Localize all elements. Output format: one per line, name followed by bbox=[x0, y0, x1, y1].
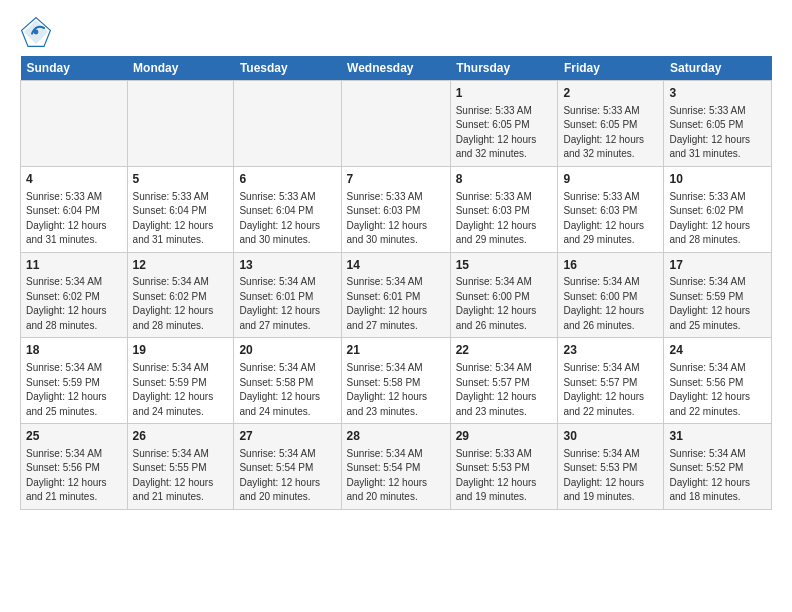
calendar-cell: 16Sunrise: 5:34 AM Sunset: 6:00 PM Dayli… bbox=[558, 252, 664, 338]
calendar-cell: 18Sunrise: 5:34 AM Sunset: 5:59 PM Dayli… bbox=[21, 338, 128, 424]
day-number: 13 bbox=[239, 257, 335, 274]
column-header-thursday: Thursday bbox=[450, 56, 558, 81]
cell-content: Sunrise: 5:33 AM Sunset: 6:04 PM Dayligh… bbox=[26, 190, 122, 248]
day-number: 30 bbox=[563, 428, 658, 445]
cell-content: Sunrise: 5:33 AM Sunset: 5:53 PM Dayligh… bbox=[456, 447, 553, 505]
calendar-cell: 25Sunrise: 5:34 AM Sunset: 5:56 PM Dayli… bbox=[21, 424, 128, 510]
column-header-saturday: Saturday bbox=[664, 56, 772, 81]
calendar-cell: 14Sunrise: 5:34 AM Sunset: 6:01 PM Dayli… bbox=[341, 252, 450, 338]
calendar-week-row: 4Sunrise: 5:33 AM Sunset: 6:04 PM Daylig… bbox=[21, 166, 772, 252]
calendar-cell: 11Sunrise: 5:34 AM Sunset: 6:02 PM Dayli… bbox=[21, 252, 128, 338]
calendar-cell: 10Sunrise: 5:33 AM Sunset: 6:02 PM Dayli… bbox=[664, 166, 772, 252]
calendar-cell: 28Sunrise: 5:34 AM Sunset: 5:54 PM Dayli… bbox=[341, 424, 450, 510]
day-number: 9 bbox=[563, 171, 658, 188]
calendar-cell bbox=[127, 81, 234, 167]
day-number: 5 bbox=[133, 171, 229, 188]
day-number: 20 bbox=[239, 342, 335, 359]
cell-content: Sunrise: 5:34 AM Sunset: 5:56 PM Dayligh… bbox=[26, 447, 122, 505]
column-header-sunday: Sunday bbox=[21, 56, 128, 81]
day-number: 21 bbox=[347, 342, 445, 359]
day-number: 27 bbox=[239, 428, 335, 445]
column-header-tuesday: Tuesday bbox=[234, 56, 341, 81]
calendar-cell: 29Sunrise: 5:33 AM Sunset: 5:53 PM Dayli… bbox=[450, 424, 558, 510]
day-number: 24 bbox=[669, 342, 766, 359]
cell-content: Sunrise: 5:34 AM Sunset: 6:01 PM Dayligh… bbox=[239, 275, 335, 333]
cell-content: Sunrise: 5:33 AM Sunset: 6:04 PM Dayligh… bbox=[133, 190, 229, 248]
logo-icon bbox=[20, 16, 52, 48]
cell-content: Sunrise: 5:33 AM Sunset: 6:05 PM Dayligh… bbox=[669, 104, 766, 162]
svg-point-2 bbox=[34, 30, 39, 35]
cell-content: Sunrise: 5:34 AM Sunset: 5:56 PM Dayligh… bbox=[669, 361, 766, 419]
calendar-week-row: 25Sunrise: 5:34 AM Sunset: 5:56 PM Dayli… bbox=[21, 424, 772, 510]
day-number: 6 bbox=[239, 171, 335, 188]
calendar-week-row: 11Sunrise: 5:34 AM Sunset: 6:02 PM Dayli… bbox=[21, 252, 772, 338]
day-number: 11 bbox=[26, 257, 122, 274]
day-number: 10 bbox=[669, 171, 766, 188]
calendar-cell: 30Sunrise: 5:34 AM Sunset: 5:53 PM Dayli… bbox=[558, 424, 664, 510]
day-number: 29 bbox=[456, 428, 553, 445]
day-number: 28 bbox=[347, 428, 445, 445]
calendar-week-row: 1Sunrise: 5:33 AM Sunset: 6:05 PM Daylig… bbox=[21, 81, 772, 167]
calendar-cell: 20Sunrise: 5:34 AM Sunset: 5:58 PM Dayli… bbox=[234, 338, 341, 424]
cell-content: Sunrise: 5:33 AM Sunset: 6:03 PM Dayligh… bbox=[563, 190, 658, 248]
column-header-friday: Friday bbox=[558, 56, 664, 81]
calendar-cell: 8Sunrise: 5:33 AM Sunset: 6:03 PM Daylig… bbox=[450, 166, 558, 252]
cell-content: Sunrise: 5:34 AM Sunset: 5:57 PM Dayligh… bbox=[563, 361, 658, 419]
calendar-cell bbox=[21, 81, 128, 167]
cell-content: Sunrise: 5:33 AM Sunset: 6:03 PM Dayligh… bbox=[456, 190, 553, 248]
calendar-cell: 5Sunrise: 5:33 AM Sunset: 6:04 PM Daylig… bbox=[127, 166, 234, 252]
calendar-cell bbox=[234, 81, 341, 167]
cell-content: Sunrise: 5:34 AM Sunset: 6:01 PM Dayligh… bbox=[347, 275, 445, 333]
cell-content: Sunrise: 5:33 AM Sunset: 6:05 PM Dayligh… bbox=[563, 104, 658, 162]
calendar-header-row: SundayMondayTuesdayWednesdayThursdayFrid… bbox=[21, 56, 772, 81]
cell-content: Sunrise: 5:34 AM Sunset: 5:58 PM Dayligh… bbox=[239, 361, 335, 419]
page-header bbox=[20, 16, 772, 48]
calendar-cell: 13Sunrise: 5:34 AM Sunset: 6:01 PM Dayli… bbox=[234, 252, 341, 338]
day-number: 18 bbox=[26, 342, 122, 359]
day-number: 19 bbox=[133, 342, 229, 359]
calendar-week-row: 18Sunrise: 5:34 AM Sunset: 5:59 PM Dayli… bbox=[21, 338, 772, 424]
calendar-cell: 24Sunrise: 5:34 AM Sunset: 5:56 PM Dayli… bbox=[664, 338, 772, 424]
calendar-table: SundayMondayTuesdayWednesdayThursdayFrid… bbox=[20, 56, 772, 510]
calendar-cell: 6Sunrise: 5:33 AM Sunset: 6:04 PM Daylig… bbox=[234, 166, 341, 252]
calendar-cell: 27Sunrise: 5:34 AM Sunset: 5:54 PM Dayli… bbox=[234, 424, 341, 510]
day-number: 12 bbox=[133, 257, 229, 274]
calendar-cell: 26Sunrise: 5:34 AM Sunset: 5:55 PM Dayli… bbox=[127, 424, 234, 510]
day-number: 14 bbox=[347, 257, 445, 274]
cell-content: Sunrise: 5:34 AM Sunset: 5:54 PM Dayligh… bbox=[347, 447, 445, 505]
cell-content: Sunrise: 5:34 AM Sunset: 5:59 PM Dayligh… bbox=[669, 275, 766, 333]
cell-content: Sunrise: 5:33 AM Sunset: 6:02 PM Dayligh… bbox=[669, 190, 766, 248]
cell-content: Sunrise: 5:34 AM Sunset: 5:57 PM Dayligh… bbox=[456, 361, 553, 419]
day-number: 26 bbox=[133, 428, 229, 445]
column-header-monday: Monday bbox=[127, 56, 234, 81]
cell-content: Sunrise: 5:34 AM Sunset: 5:55 PM Dayligh… bbox=[133, 447, 229, 505]
calendar-cell: 12Sunrise: 5:34 AM Sunset: 6:02 PM Dayli… bbox=[127, 252, 234, 338]
calendar-cell: 23Sunrise: 5:34 AM Sunset: 5:57 PM Dayli… bbox=[558, 338, 664, 424]
calendar-cell: 9Sunrise: 5:33 AM Sunset: 6:03 PM Daylig… bbox=[558, 166, 664, 252]
cell-content: Sunrise: 5:33 AM Sunset: 6:03 PM Dayligh… bbox=[347, 190, 445, 248]
cell-content: Sunrise: 5:33 AM Sunset: 6:05 PM Dayligh… bbox=[456, 104, 553, 162]
cell-content: Sunrise: 5:34 AM Sunset: 6:02 PM Dayligh… bbox=[133, 275, 229, 333]
day-number: 31 bbox=[669, 428, 766, 445]
cell-content: Sunrise: 5:34 AM Sunset: 5:58 PM Dayligh… bbox=[347, 361, 445, 419]
calendar-cell: 2Sunrise: 5:33 AM Sunset: 6:05 PM Daylig… bbox=[558, 81, 664, 167]
calendar-cell: 22Sunrise: 5:34 AM Sunset: 5:57 PM Dayli… bbox=[450, 338, 558, 424]
calendar-cell: 1Sunrise: 5:33 AM Sunset: 6:05 PM Daylig… bbox=[450, 81, 558, 167]
calendar-cell: 3Sunrise: 5:33 AM Sunset: 6:05 PM Daylig… bbox=[664, 81, 772, 167]
day-number: 17 bbox=[669, 257, 766, 274]
day-number: 3 bbox=[669, 85, 766, 102]
cell-content: Sunrise: 5:34 AM Sunset: 5:54 PM Dayligh… bbox=[239, 447, 335, 505]
cell-content: Sunrise: 5:33 AM Sunset: 6:04 PM Dayligh… bbox=[239, 190, 335, 248]
calendar-cell: 17Sunrise: 5:34 AM Sunset: 5:59 PM Dayli… bbox=[664, 252, 772, 338]
calendar-cell: 15Sunrise: 5:34 AM Sunset: 6:00 PM Dayli… bbox=[450, 252, 558, 338]
day-number: 8 bbox=[456, 171, 553, 188]
calendar-cell: 4Sunrise: 5:33 AM Sunset: 6:04 PM Daylig… bbox=[21, 166, 128, 252]
cell-content: Sunrise: 5:34 AM Sunset: 6:00 PM Dayligh… bbox=[456, 275, 553, 333]
calendar-cell: 21Sunrise: 5:34 AM Sunset: 5:58 PM Dayli… bbox=[341, 338, 450, 424]
calendar-cell: 31Sunrise: 5:34 AM Sunset: 5:52 PM Dayli… bbox=[664, 424, 772, 510]
day-number: 4 bbox=[26, 171, 122, 188]
day-number: 16 bbox=[563, 257, 658, 274]
calendar-cell: 19Sunrise: 5:34 AM Sunset: 5:59 PM Dayli… bbox=[127, 338, 234, 424]
cell-content: Sunrise: 5:34 AM Sunset: 6:02 PM Dayligh… bbox=[26, 275, 122, 333]
cell-content: Sunrise: 5:34 AM Sunset: 6:00 PM Dayligh… bbox=[563, 275, 658, 333]
